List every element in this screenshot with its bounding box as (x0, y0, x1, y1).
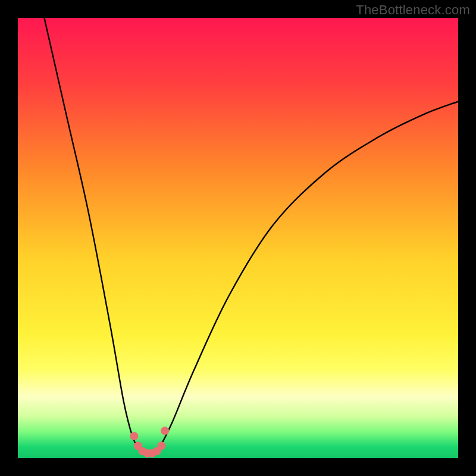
chart-stage: TheBottleneck.com (0, 0, 476, 476)
bottleneck-chart (18, 18, 458, 458)
trough-marker (161, 427, 169, 435)
trough-marker (130, 432, 138, 440)
trough-marker (157, 441, 165, 450)
plot-background (18, 18, 458, 458)
watermark-label: TheBottleneck.com (356, 2, 470, 18)
